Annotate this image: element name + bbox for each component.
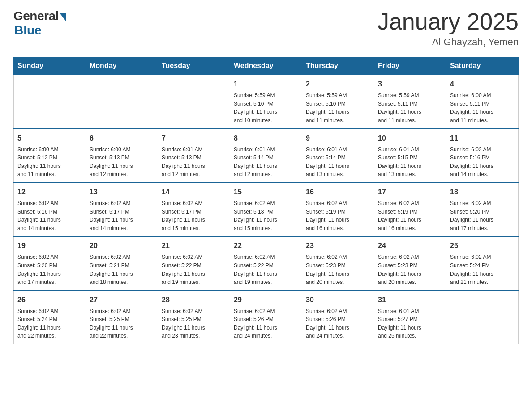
calendar-week-row: 1Sunrise: 5:59 AMSunset: 5:10 PMDaylight… (14, 75, 519, 128)
day-number: 27 (90, 295, 154, 305)
day-info: Sunrise: 6:02 AMSunset: 5:17 PMDaylight:… (90, 199, 154, 232)
day-info: Sunrise: 6:01 AMSunset: 5:15 PMDaylight:… (378, 146, 442, 179)
calendar-table: SundayMondayTuesdayWednesdayThursdayFrid… (13, 57, 519, 344)
day-number: 16 (306, 187, 370, 197)
calendar-cell: 10Sunrise: 6:01 AMSunset: 5:15 PMDayligh… (374, 129, 446, 183)
logo-general-text: General (13, 9, 59, 23)
day-info: Sunrise: 6:02 AMSunset: 5:16 PMDaylight:… (17, 199, 82, 232)
calendar-cell: 7Sunrise: 6:01 AMSunset: 5:13 PMDaylight… (158, 129, 230, 183)
calendar-cell: 26Sunrise: 6:02 AMSunset: 5:24 PMDayligh… (14, 291, 86, 344)
day-info: Sunrise: 6:02 AMSunset: 5:23 PMDaylight:… (306, 253, 370, 286)
calendar-cell: 11Sunrise: 6:02 AMSunset: 5:16 PMDayligh… (446, 129, 519, 183)
weekday-header-monday: Monday (86, 57, 158, 75)
calendar-cell: 2Sunrise: 5:59 AMSunset: 5:10 PMDaylight… (302, 75, 374, 128)
day-number: 11 (450, 133, 515, 144)
day-number: 30 (306, 295, 370, 305)
logo-blue-text: Blue (14, 23, 42, 38)
weekday-header-wednesday: Wednesday (230, 57, 302, 75)
day-info: Sunrise: 6:02 AMSunset: 5:20 PMDaylight:… (450, 199, 515, 232)
day-number: 22 (234, 240, 298, 251)
day-info: Sunrise: 6:02 AMSunset: 5:16 PMDaylight:… (450, 146, 515, 179)
day-number: 6 (90, 133, 154, 144)
calendar-cell: 31Sunrise: 6:01 AMSunset: 5:27 PMDayligh… (374, 291, 446, 344)
calendar-cell: 20Sunrise: 6:02 AMSunset: 5:21 PMDayligh… (86, 236, 158, 290)
calendar-cell (14, 75, 86, 128)
day-number: 4 (450, 79, 515, 90)
calendar-cell: 3Sunrise: 5:59 AMSunset: 5:11 PMDaylight… (374, 75, 446, 128)
day-number: 17 (378, 187, 442, 197)
calendar-cell: 8Sunrise: 6:01 AMSunset: 5:14 PMDaylight… (230, 129, 302, 183)
day-info: Sunrise: 6:02 AMSunset: 5:25 PMDaylight:… (162, 307, 226, 340)
day-info: Sunrise: 6:02 AMSunset: 5:19 PMDaylight:… (378, 199, 442, 232)
day-number: 20 (90, 240, 154, 251)
day-info: Sunrise: 6:00 AMSunset: 5:12 PMDaylight:… (17, 146, 82, 179)
calendar-cell: 29Sunrise: 6:02 AMSunset: 5:26 PMDayligh… (230, 291, 302, 344)
day-number: 26 (17, 295, 82, 305)
calendar-cell: 24Sunrise: 6:02 AMSunset: 5:23 PMDayligh… (374, 236, 446, 290)
calendar-week-row: 5Sunrise: 6:00 AMSunset: 5:12 PMDaylight… (14, 129, 519, 183)
calendar-cell: 18Sunrise: 6:02 AMSunset: 5:20 PMDayligh… (446, 183, 519, 236)
day-info: Sunrise: 6:02 AMSunset: 5:23 PMDaylight:… (378, 253, 442, 286)
day-info: Sunrise: 6:02 AMSunset: 5:24 PMDaylight:… (17, 307, 82, 340)
calendar-cell: 17Sunrise: 6:02 AMSunset: 5:19 PMDayligh… (374, 183, 446, 236)
calendar-cell: 27Sunrise: 6:02 AMSunset: 5:25 PMDayligh… (86, 291, 158, 344)
weekday-header-sunday: Sunday (14, 57, 86, 75)
day-info: Sunrise: 6:02 AMSunset: 5:26 PMDaylight:… (306, 307, 370, 340)
day-info: Sunrise: 6:02 AMSunset: 5:25 PMDaylight:… (90, 307, 154, 340)
weekday-header-saturday: Saturday (446, 57, 519, 75)
weekday-header-row: SundayMondayTuesdayWednesdayThursdayFrid… (14, 57, 519, 75)
calendar-subtitle: Al Ghayzah, Yemen (378, 36, 519, 48)
day-number: 3 (378, 79, 442, 90)
calendar-cell: 25Sunrise: 6:02 AMSunset: 5:24 PMDayligh… (446, 236, 519, 290)
day-number: 14 (162, 187, 226, 197)
day-number: 25 (450, 240, 515, 251)
day-number: 24 (378, 240, 442, 251)
day-info: Sunrise: 6:01 AMSunset: 5:13 PMDaylight:… (162, 146, 226, 179)
day-info: Sunrise: 6:02 AMSunset: 5:22 PMDaylight:… (162, 253, 226, 286)
day-info: Sunrise: 6:02 AMSunset: 5:24 PMDaylight:… (450, 253, 515, 286)
calendar-week-row: 19Sunrise: 6:02 AMSunset: 5:20 PMDayligh… (14, 236, 519, 290)
day-info: Sunrise: 5:59 AMSunset: 5:10 PMDaylight:… (306, 91, 370, 124)
day-info: Sunrise: 6:01 AMSunset: 5:14 PMDaylight:… (306, 146, 370, 179)
calendar-cell: 5Sunrise: 6:00 AMSunset: 5:12 PMDaylight… (14, 129, 86, 183)
day-number: 15 (234, 187, 298, 197)
day-info: Sunrise: 5:59 AMSunset: 5:10 PMDaylight:… (234, 91, 298, 124)
day-info: Sunrise: 6:02 AMSunset: 5:18 PMDaylight:… (234, 199, 298, 232)
calendar-cell: 12Sunrise: 6:02 AMSunset: 5:16 PMDayligh… (14, 183, 86, 236)
day-info: Sunrise: 6:02 AMSunset: 5:19 PMDaylight:… (306, 199, 370, 232)
day-number: 19 (17, 240, 82, 251)
calendar-cell: 16Sunrise: 6:02 AMSunset: 5:19 PMDayligh… (302, 183, 374, 236)
calendar-cell: 28Sunrise: 6:02 AMSunset: 5:25 PMDayligh… (158, 291, 230, 344)
day-number: 9 (306, 133, 370, 144)
day-number: 1 (234, 79, 298, 90)
day-number: 28 (162, 295, 226, 305)
calendar-cell: 15Sunrise: 6:02 AMSunset: 5:18 PMDayligh… (230, 183, 302, 236)
day-number: 18 (450, 187, 515, 197)
day-info: Sunrise: 6:01 AMSunset: 5:14 PMDaylight:… (234, 146, 298, 179)
calendar-week-row: 26Sunrise: 6:02 AMSunset: 5:24 PMDayligh… (14, 291, 519, 344)
calendar-cell: 14Sunrise: 6:02 AMSunset: 5:17 PMDayligh… (158, 183, 230, 236)
day-info: Sunrise: 6:02 AMSunset: 5:22 PMDaylight:… (234, 253, 298, 286)
logo: General Blue (13, 9, 66, 38)
calendar-title: January 2025 (378, 9, 519, 34)
day-info: Sunrise: 6:00 AMSunset: 5:11 PMDaylight:… (450, 91, 515, 124)
page-header: General Blue January 2025 Al Ghayzah, Ye… (13, 9, 519, 48)
calendar-cell: 9Sunrise: 6:01 AMSunset: 5:14 PMDaylight… (302, 129, 374, 183)
title-section: January 2025 Al Ghayzah, Yemen (378, 9, 519, 48)
weekday-header-friday: Friday (374, 57, 446, 75)
day-number: 7 (162, 133, 226, 144)
calendar-cell: 22Sunrise: 6:02 AMSunset: 5:22 PMDayligh… (230, 236, 302, 290)
calendar-cell: 23Sunrise: 6:02 AMSunset: 5:23 PMDayligh… (302, 236, 374, 290)
day-info: Sunrise: 6:02 AMSunset: 5:17 PMDaylight:… (162, 199, 226, 232)
day-number: 23 (306, 240, 370, 251)
day-info: Sunrise: 6:02 AMSunset: 5:26 PMDaylight:… (234, 307, 298, 340)
day-info: Sunrise: 6:01 AMSunset: 5:27 PMDaylight:… (378, 307, 442, 340)
calendar-cell: 1Sunrise: 5:59 AMSunset: 5:10 PMDaylight… (230, 75, 302, 128)
weekday-header-tuesday: Tuesday (158, 57, 230, 75)
day-info: Sunrise: 5:59 AMSunset: 5:11 PMDaylight:… (378, 91, 442, 124)
calendar-cell (86, 75, 158, 128)
calendar-cell (158, 75, 230, 128)
day-number: 12 (17, 187, 82, 197)
calendar-cell: 4Sunrise: 6:00 AMSunset: 5:11 PMDaylight… (446, 75, 519, 128)
calendar-cell: 13Sunrise: 6:02 AMSunset: 5:17 PMDayligh… (86, 183, 158, 236)
